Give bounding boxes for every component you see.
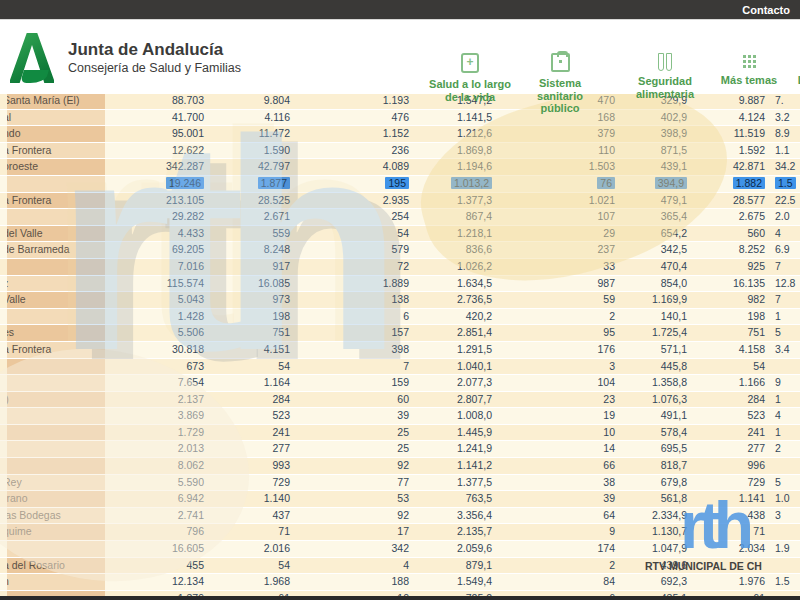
cell-value: 679,8 (618, 475, 690, 491)
cell-value: 476 (293, 110, 412, 126)
cell-value: 3 (768, 508, 800, 524)
cell-value: 1.877 (207, 176, 293, 192)
cell-value: 5.043 (105, 292, 207, 308)
cell-value: 2.137 (105, 392, 207, 408)
table-row[interactable]: es5.5067511572.851,4951.725,47515 (0, 325, 800, 342)
contact-link[interactable]: Contacto (742, 4, 800, 16)
cell-value: 871,5 (618, 143, 690, 159)
cell-value: 763,5 (412, 491, 495, 507)
brand[interactable]: Junta de Andalucía Consejería de Salud y… (10, 33, 241, 83)
table-row[interactable]: 7.6541.1641592.077,31041.358,81.1669 (0, 375, 800, 392)
cell-value: 188 (293, 574, 412, 590)
cell-value: 17 (293, 524, 412, 540)
cell-value: 8.9 (768, 126, 800, 142)
table-row[interactable]: )1.729241251.445,910578,42411 (0, 425, 800, 442)
cell-value: 1.008,0 (412, 408, 495, 424)
cell-municipality: a Frontera (0, 143, 105, 159)
nav-item-l[interactable]: L (786, 53, 800, 87)
cell-value: 523 (690, 408, 768, 424)
cell-value: 54 (690, 359, 768, 375)
cell-value: 4.433 (105, 226, 207, 242)
cell-value: 10 (495, 425, 618, 441)
cell-value: 8.062 (105, 458, 207, 474)
cell-value: 54 (207, 558, 293, 574)
cell-municipality: Rey (0, 475, 105, 491)
cell-value: 16.605 (105, 541, 207, 557)
cell-value: 25 (293, 425, 412, 441)
cell-value: 579 (293, 242, 412, 258)
cell-value: 1.193 (293, 93, 412, 109)
table-row[interactable]: n12.1341.9681881.549,484692,31.9761.5 (0, 574, 800, 591)
cell-value: 982 (690, 292, 768, 308)
cell-value: 420,2 (412, 309, 495, 325)
nav-item-salud-a-lo-largo[interactable]: Salud a lo largode la vida (420, 53, 520, 103)
cell-value: 254 (293, 209, 412, 225)
cell-value: 729 (207, 475, 293, 491)
top-bar: Contacto (0, 0, 800, 20)
cell-value: 76 (495, 176, 618, 192)
cell-value: 284 (207, 392, 293, 408)
table-row[interactable]: de Barrameda69.2058.248579836,6237342,58… (0, 242, 800, 259)
table-row[interactable]: a Frontera213.10528.5252.9351.377,31.021… (0, 193, 800, 210)
cell-value: 342.287 (105, 159, 207, 175)
cell-value: 33 (495, 259, 618, 275)
table-row[interactable]: quime79671172.135,791.130,771 (0, 524, 800, 541)
cell-value: 2.851,4 (412, 325, 495, 341)
table-row[interactable]: z115.57416.0851.8891.634,5987854,016.135… (0, 276, 800, 293)
table-row[interactable]: 6735471.040,13445,854 (0, 359, 800, 376)
table-row[interactable]: 19.2461.8771951.013,276394,91.8821.5 (0, 176, 800, 193)
cell-value: 41.700 (105, 110, 207, 126)
table-row[interactable]: Valle5.0439731382.736,5591.169,99827 (0, 292, 800, 309)
table-row[interactable]: al41.7004.1164761.141,5168402,94.1243.2 (0, 110, 800, 127)
table-row[interactable]: a del Rosario455544879,12439,6 (0, 558, 800, 575)
cell-value (690, 558, 768, 574)
cell-value: 198 (207, 309, 293, 325)
cell-municipality (0, 209, 105, 225)
cell-value: 4.116 (207, 110, 293, 126)
table-row[interactable]: a Frontera30.8184.1513981.291,5176571,14… (0, 342, 800, 359)
cell-value: 4.124 (690, 110, 768, 126)
cell-value: 398,9 (618, 126, 690, 142)
cell-value: 277 (207, 441, 293, 457)
table-row[interactable]: 7.016917721.026,233470,49257 (0, 259, 800, 276)
table-row[interactable]: 8.062993921.141,266818,7996 (0, 458, 800, 475)
cell-value: 88.703 (105, 93, 207, 109)
table-row[interactable]: del Valle4.433559541.218,129654,25604 (0, 226, 800, 243)
table-row[interactable]: a Frontera12.6221.5902361.869,8110871,51… (0, 143, 800, 160)
cell-value: 437 (207, 508, 293, 524)
table-row[interactable]: ndo95.00111.4721.1521.212,6379398,911.51… (0, 126, 800, 143)
cell-value: 29.282 (105, 209, 207, 225)
table-row[interactable]: oroeste342.28742.7974.0891.194,61.503439… (0, 159, 800, 176)
cell-value: 1.428 (105, 309, 207, 325)
site-header: Junta de Andalucía Consejería de Salud y… (0, 20, 800, 94)
cell-value: 7 (768, 292, 800, 308)
cell-value: 107 (495, 209, 618, 225)
table-row[interactable]: las Bodegas2.741437923.356,4642.334,9438… (0, 508, 800, 525)
table-row[interactable]: 16.6052.0163422.059,61741.047,92.0341.9 (0, 541, 800, 558)
cell-value: 157 (293, 325, 412, 341)
table-row[interactable]: 1.4281986420,22140,11981 (0, 309, 800, 326)
cell-municipality (0, 359, 105, 375)
cell-value: 695,5 (618, 441, 690, 457)
nav-item-m-s-temas[interactable]: Más temas (710, 53, 788, 87)
cell-value: 673 (105, 359, 207, 375)
table-row[interactable]: 2.013277251.241,914695,52772 (0, 441, 800, 458)
table-row[interactable]: 29.2822.671254867,4107365,42.6752.0 (0, 209, 800, 226)
cell-value: 1.377,5 (412, 475, 495, 491)
table-row[interactable]: rrano6.9421.14053763,539561,81.1411.0 (0, 491, 800, 508)
cell-value: 195 (293, 176, 412, 192)
nav-item-seguridad[interactable]: Seguridadalimentaria (615, 53, 715, 100)
cell-value: 1.169,9 (618, 292, 690, 308)
cell-value: 71 (690, 524, 768, 540)
data-table: Santa María (El)88.7039.8041.1931.547,24… (0, 93, 800, 600)
cell-value: 729 (690, 475, 768, 491)
nav-item-sistema[interactable]: Sistemasanitariopúblico (520, 53, 600, 115)
cell-value: 1 (768, 392, 800, 408)
cell-value: 140,1 (618, 309, 690, 325)
nav-item-label: de la vida (420, 91, 520, 104)
table-row[interactable]: Rey5.590729771.377,538679,87295 (0, 475, 800, 492)
table-row[interactable]: l)2.137284602.807,7231.076,32841 (0, 392, 800, 409)
cell-value: 92 (293, 508, 412, 524)
table-row[interactable]: 3.869523391.008,019491,15234 (0, 408, 800, 425)
cell-municipality (0, 458, 105, 474)
